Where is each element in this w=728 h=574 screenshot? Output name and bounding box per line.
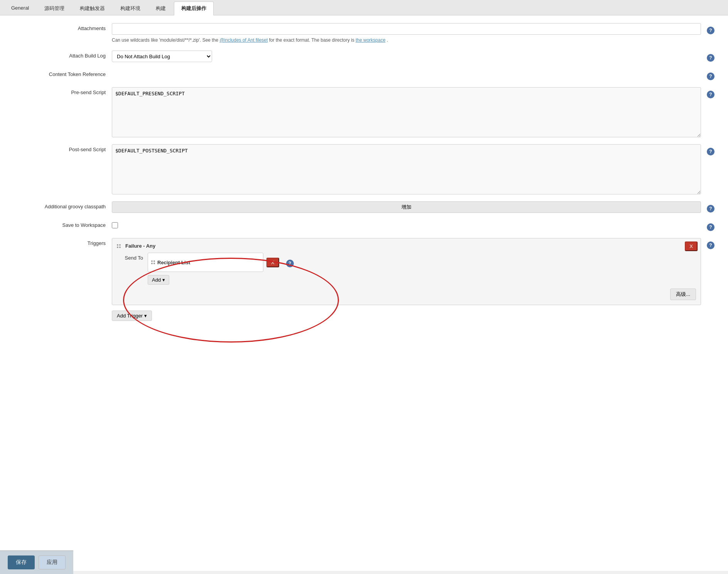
save-to-workspace-label: Save to Workspace (8, 220, 112, 228)
attach-build-log-select[interactable]: Do Not Attach Build Log Attach Build Log… (112, 51, 212, 62)
postsend-script-help-icon[interactable]: ? (707, 148, 715, 155)
content-token-row: Content Token Reference ? (8, 69, 716, 80)
content-token-label: Content Token Reference (8, 69, 112, 77)
add-classpath-button[interactable]: 增加 (112, 201, 701, 213)
attach-build-log-row: Attach Build Log Do Not Attach Build Log… (8, 51, 716, 62)
presend-script-input[interactable]: $DEFAULT_PRESEND_SCRIPT (112, 87, 701, 137)
attach-build-log-label: Attach Build Log (8, 51, 112, 59)
workspace-link[interactable]: the workspace (356, 37, 385, 43)
attachments-help-icon[interactable]: ? (707, 27, 715, 34)
add-trigger-label: Add Trigger (117, 313, 143, 319)
advanced-button[interactable]: 高级... (670, 289, 696, 300)
presend-script-label: Pre-send Script (8, 87, 112, 95)
postsend-script-label: Post-send Script (8, 144, 112, 152)
attachments-label: Attachments (8, 23, 112, 31)
trigger-drag-handle[interactable] (117, 244, 121, 248)
groovy-classpath-label: Additional groovy classpath (8, 201, 112, 209)
tab-build-trigger[interactable]: 构建触发器 (72, 2, 112, 15)
advanced-area: 高级... (117, 289, 696, 300)
delete-trigger-area: X (685, 241, 698, 251)
delete-trigger-button[interactable]: X (685, 241, 698, 251)
attachments-help-text: Can use wildcards like 'module/dist/**/*… (112, 37, 701, 44)
recipient-drag-handle[interactable] (151, 260, 155, 264)
postsend-script-row: Post-send Script $DEFAULT_POSTSEND_SCRIP… (8, 144, 716, 194)
add-trigger-arrow: ▾ (144, 313, 147, 319)
triggers-label: Triggers (8, 238, 112, 246)
delete-recipient-button[interactable]: X (266, 258, 279, 267)
tab-build-env[interactable]: 构建环境 (113, 2, 148, 15)
trigger-box: X Failure - Any Send To (112, 238, 701, 305)
attach-build-log-help-col: ? (701, 51, 716, 62)
attach-build-log-help-icon[interactable]: ? (707, 54, 715, 62)
add-recipient-button[interactable]: Add ▾ (148, 275, 169, 285)
save-to-workspace-help-col: ? (701, 220, 716, 231)
add-trigger-button[interactable]: Add Trigger ▾ (112, 311, 152, 321)
send-to-label: Send To (117, 253, 148, 261)
presend-script-help-col: ? (701, 87, 716, 98)
postsend-script-help-col: ? (701, 144, 716, 155)
add-recipient-label: Add (152, 277, 161, 283)
presend-script-help-icon[interactable]: ? (707, 91, 715, 98)
send-to-help-icon[interactable]: ? (286, 260, 294, 267)
tab-general[interactable]: General (4, 2, 36, 15)
add-recipient-arrow: ▾ (162, 277, 165, 283)
content-token-help-icon[interactable]: ? (707, 73, 715, 80)
content-token-help-col: ? (701, 69, 716, 80)
recipient-box: Recipient List (148, 253, 263, 272)
save-to-workspace-checkbox[interactable] (112, 222, 118, 228)
save-to-workspace-control (112, 220, 701, 228)
groovy-classpath-row: Additional groovy classpath 增加 ? (8, 201, 716, 213)
bottom-bar: 保存 应用 (0, 550, 73, 574)
save-to-workspace-row: Save to Workspace ? (8, 220, 716, 231)
triggers-control: X Failure - Any Send To (112, 238, 701, 321)
tab-post-build[interactable]: 构建后操作 (174, 2, 214, 15)
trigger-header: Failure - Any (117, 243, 696, 249)
attachments-input[interactable] (112, 23, 701, 35)
tab-build[interactable]: 构建 (148, 2, 173, 15)
tab-bar: General 源码管理 构建触发器 构建环境 构建 构建后操作 (0, 0, 728, 15)
send-to-top: Recipient List X ? (148, 253, 696, 272)
main-content: Attachments Can use wildcards like 'modu… (0, 15, 728, 571)
send-to-content: Recipient List X ? Add ▾ (148, 253, 696, 285)
add-recipient-wrap: Add ▾ (148, 272, 696, 285)
trigger-title: Failure - Any (125, 243, 155, 249)
triggers-help-col: ? (701, 238, 716, 249)
groovy-classpath-help-col: ? (701, 201, 716, 213)
tab-source-mgmt[interactable]: 源码管理 (37, 2, 72, 15)
attachments-control: Can use wildcards like 'module/dist/**/*… (112, 23, 701, 44)
postsend-script-input[interactable]: $DEFAULT_POSTSEND_SCRIPT (112, 144, 701, 194)
groovy-classpath-help-icon[interactable]: ? (707, 205, 715, 213)
presend-script-control: $DEFAULT_PRESEND_SCRIPT (112, 87, 701, 137)
send-to-row: Send To Recipient List (117, 253, 696, 285)
postsend-script-control: $DEFAULT_POSTSEND_SCRIPT (112, 144, 701, 194)
triggers-row: Triggers X Failure - Any Send (8, 238, 716, 321)
ant-fileset-link[interactable]: @includes of Ant fileset (219, 37, 268, 43)
groovy-classpath-control: 增加 (112, 201, 701, 213)
attach-build-log-control: Do Not Attach Build Log Attach Build Log… (112, 51, 701, 62)
presend-script-row: Pre-send Script $DEFAULT_PRESEND_SCRIPT … (8, 87, 716, 137)
attachments-help-col: ? (701, 23, 716, 34)
save-to-workspace-help-icon[interactable]: ? (707, 223, 715, 231)
triggers-help-icon[interactable]: ? (707, 241, 715, 249)
add-trigger-wrap: Add Trigger ▾ (112, 305, 701, 321)
save-button[interactable]: 保存 (8, 555, 35, 569)
attachments-row: Attachments Can use wildcards like 'modu… (8, 23, 716, 44)
recipient-list-label: Recipient List (157, 260, 190, 265)
recipient-item: Recipient List (151, 260, 190, 265)
apply-button[interactable]: 应用 (39, 555, 66, 569)
